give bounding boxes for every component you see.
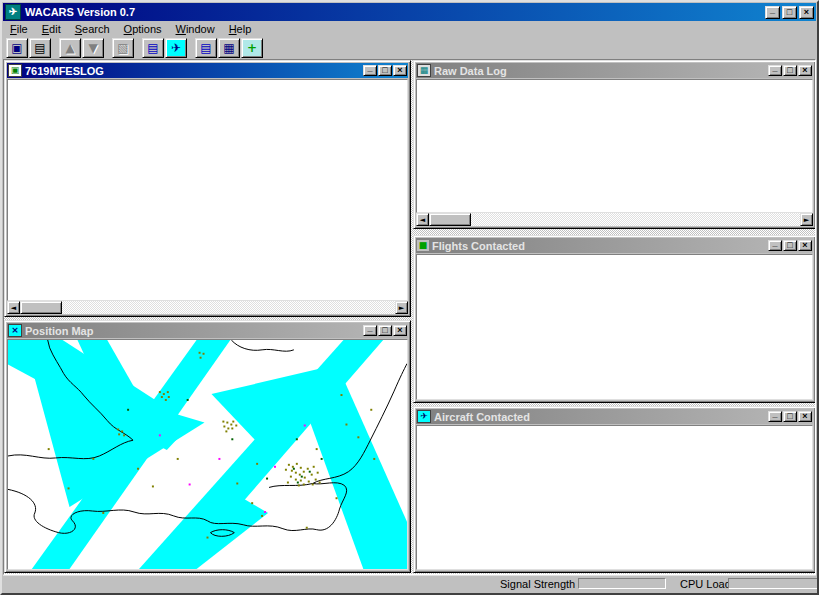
filter-button[interactable]: ▧ [112,38,134,58]
app-titlebar[interactable]: ✈ WACARS Version 0.7 _ □ × [3,3,816,21]
minimize-button[interactable]: _ [363,325,377,336]
menubar: File Edit Search Options Window Help [3,21,816,36]
minimize-button[interactable]: _ [765,6,780,19]
raw-data-log-button[interactable]: ▤ [142,38,164,58]
app-title: WACARS Version 0.7 [25,6,135,18]
scroll-left-icon[interactable]: ◄ [416,213,429,226]
raw-data-log-titlebar[interactable]: ▦ Raw Data Log _ □ × [416,63,813,78]
map-icon: × [8,324,22,337]
raw-data-icon: ▦ [417,64,431,77]
signal-strength-bar [578,578,666,589]
signal-strength-label: Signal Strength [500,578,575,590]
horizontal-scrollbar[interactable]: ◄ ► [416,213,813,226]
map-caption-buttons: _ □ × [363,325,407,336]
flights-contacted-window: ■ Flights Contacted _ □ × [413,235,816,403]
scroll-right-icon[interactable]: ► [395,301,408,314]
position-map-title: Position Map [25,325,93,337]
minimize-button[interactable]: _ [768,240,782,251]
maximize-button[interactable]: □ [783,65,797,76]
close-button[interactable]: × [798,65,812,76]
aircraft-caption-buttons: _ □ × [768,411,812,422]
aircraft-list-button[interactable]: ▦ [218,38,240,58]
horizontal-scrollbar[interactable]: ◄ ► [7,301,408,314]
open-log-button[interactable]: ▣ [6,38,28,58]
scroll-right-icon[interactable]: ► [800,213,813,226]
scrollbar-thumb[interactable] [429,213,471,226]
position-map-svg [8,340,407,569]
toolbar-separator [135,38,142,58]
menu-options[interactable]: Options [117,22,169,36]
log-window-titlebar[interactable]: ▣ 7619MFESLOG _ □ × [7,63,408,78]
minimize-button[interactable]: _ [363,65,377,76]
menu-file[interactable]: File [3,22,35,36]
maximize-button[interactable]: □ [783,411,797,422]
raw-data-log-title: Raw Data Log [434,65,507,77]
close-button[interactable]: × [393,325,407,336]
scroll-left-icon[interactable]: ◄ [7,301,20,314]
close-button[interactable]: × [393,65,407,76]
mdi-area: ▣ 7619MFESLOG _ □ × ◄ ► ▦ Raw Data Log [3,59,816,575]
minimize-button[interactable]: _ [768,65,782,76]
position-map-titlebar[interactable]: × Position Map _ □ × [7,323,408,338]
close-button[interactable]: × [798,240,812,251]
log-text-area [7,79,408,301]
flights-caption-buttons: _ □ × [768,240,812,251]
toolbar-separator [188,38,195,58]
close-button[interactable]: × [799,6,814,19]
cpu-load-label: CPU Load [680,578,731,590]
log-window: ▣ 7619MFESLOG _ □ × ◄ ► [4,60,411,317]
minimize-button[interactable]: _ [768,411,782,422]
toolbar: ▣ ▤ ▲ ▼ ▧ ▤ ✈ ▤ ▦ + [3,36,816,60]
aircraft-icon: ✈ [417,410,431,423]
aircraft-contacted-window: ✈ Aircraft Contacted _ □ × [413,406,816,573]
flights-contacted-title: Flights Contacted [432,240,525,252]
cpu-load-bar [728,578,819,589]
raw-caption-buttons: _ □ × [768,65,812,76]
maximize-button[interactable]: □ [378,325,392,336]
log-window-title: 7619MFESLOG [25,65,104,77]
menu-help[interactable]: Help [222,22,259,36]
scrollbar-thumb[interactable] [20,301,62,314]
search-up-button[interactable]: ▲ [59,38,81,58]
log-file-icon: ▣ [8,64,22,77]
aircraft-contacted-titlebar[interactable]: ✈ Aircraft Contacted _ □ × [416,409,813,424]
log-caption-buttons: _ □ × [363,65,407,76]
flight-log-button[interactable]: ▤ [195,38,217,58]
raw-data-text-area [416,79,813,213]
maximize-button[interactable]: □ [378,65,392,76]
flights-window-button[interactable]: ✈ [165,38,187,58]
close-button[interactable]: × [798,411,812,422]
print-button[interactable]: ▤ [29,38,51,58]
position-map-window: × Position Map _ □ × [4,320,411,573]
toolbar-separator [52,38,59,58]
maximize-button[interactable]: □ [782,6,797,19]
flights-icon: ■ [417,240,429,251]
flights-list-area [416,254,813,400]
wacars-app-window: ✈ WACARS Version 0.7 _ □ × File Edit Sea… [0,0,819,595]
maximize-button[interactable]: □ [783,240,797,251]
menu-window[interactable]: Window [169,22,222,36]
flights-contacted-titlebar[interactable]: ■ Flights Contacted _ □ × [416,238,813,253]
aircraft-list-area [416,425,813,570]
scrollbar-track[interactable] [20,301,395,314]
menu-edit[interactable]: Edit [35,22,68,36]
raw-data-log-window: ▦ Raw Data Log _ □ × ◄ ► [413,60,816,229]
search-down-button[interactable]: ▼ [82,38,104,58]
statusbar: Signal Strength CPU Load [3,575,816,592]
aircraft-contacted-title: Aircraft Contacted [434,411,530,423]
add-entry-button[interactable]: + [241,38,263,58]
app-icon[interactable]: ✈ [5,4,21,20]
toolbar-separator [105,38,112,58]
menu-search[interactable]: Search [68,22,117,36]
app-caption-buttons: _ □ × [765,6,814,19]
map-canvas [7,339,408,570]
scrollbar-track[interactable] [429,213,800,226]
